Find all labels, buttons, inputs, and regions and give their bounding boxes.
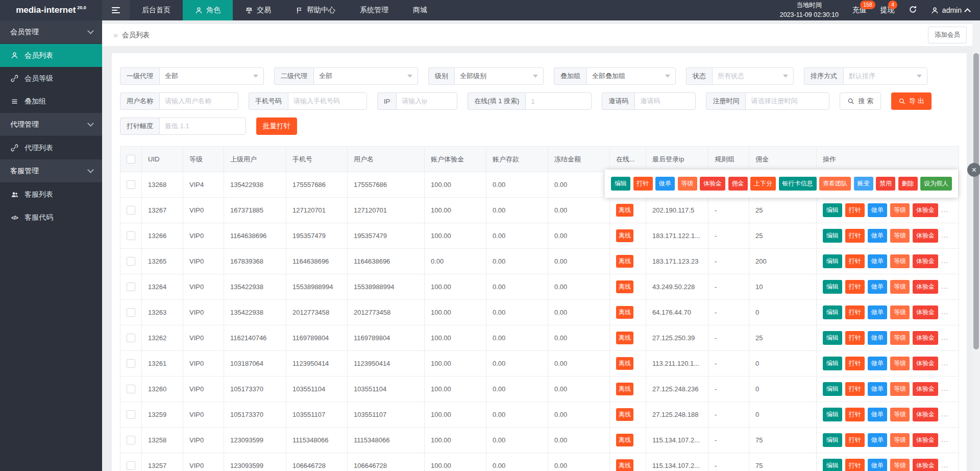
more-actions-button[interactable]: ... (941, 206, 948, 214)
popup-action-button-6[interactable]: 上下分 (750, 177, 776, 191)
filter-select[interactable]: 全部 (313, 67, 418, 85)
row-action-button-1[interactable]: 打针 (845, 331, 865, 345)
row-action-button-3[interactable]: 等级 (890, 203, 910, 217)
add-member-button[interactable]: 添加会员 (928, 27, 967, 43)
row-action-button-3[interactable]: 等级 (890, 331, 910, 345)
sidebar-item-5[interactable]: 代理列表 (0, 136, 102, 159)
popup-close-button[interactable]: × (967, 163, 980, 177)
row-checkbox[interactable] (127, 410, 135, 419)
row-action-button-1[interactable]: 打针 (845, 229, 865, 243)
row-checkbox[interactable] (127, 334, 135, 342)
more-actions-button[interactable]: ... (941, 359, 948, 367)
sidebar-group-0[interactable]: 会员管理 (0, 20, 102, 44)
popup-action-button-11[interactable]: 删除 (898, 177, 918, 191)
filter-input[interactable]: 邀请码 (634, 92, 696, 110)
popup-action-button-10[interactable]: 禁用 (876, 177, 895, 191)
row-checkbox[interactable] (127, 282, 135, 291)
row-action-button-3[interactable]: 等级 (890, 459, 910, 471)
row-action-button-2[interactable]: 做单 (868, 305, 887, 319)
popup-action-button-3[interactable]: 等级 (678, 177, 697, 191)
row-action-button-0[interactable]: 编辑 (823, 408, 842, 421)
row-action-button-0[interactable]: 编辑 (823, 459, 842, 471)
filter-select[interactable]: 默认排序 (843, 67, 927, 85)
row-action-button-4[interactable]: 体验金 (913, 357, 938, 370)
sidebar-item-2[interactable]: 会员等级 (0, 67, 102, 90)
nav-item-5[interactable]: 商城 (401, 0, 439, 20)
row-action-button-3[interactable]: 等级 (890, 254, 910, 268)
row-action-button-3[interactable]: 等级 (890, 408, 910, 421)
row-action-button-2[interactable]: 做单 (868, 459, 887, 471)
row-action-button-2[interactable]: 做单 (868, 229, 887, 243)
row-action-button-3[interactable]: 等级 (890, 382, 910, 396)
row-checkbox[interactable] (127, 257, 135, 266)
more-actions-button[interactable]: ... (941, 410, 948, 418)
sidebar-toggle-button[interactable] (102, 0, 130, 20)
row-action-button-2[interactable]: 做单 (868, 433, 887, 447)
row-action-button-1[interactable]: 打针 (845, 203, 865, 217)
sidebar-group-4[interactable]: 代理管理 (0, 113, 102, 136)
row-checkbox[interactable] (127, 436, 135, 444)
row-action-button-0[interactable]: 编辑 (823, 280, 842, 294)
row-action-button-1[interactable]: 打针 (845, 357, 865, 370)
row-checkbox[interactable] (127, 461, 135, 470)
row-action-button-4[interactable]: 体验金 (913, 305, 938, 319)
row-action-button-2[interactable]: 做单 (868, 408, 887, 421)
sidebar-item-8[interactable]: </>客服代码 (0, 206, 102, 229)
row-action-button-0[interactable]: 编辑 (823, 229, 842, 243)
row-action-button-1[interactable]: 打针 (845, 305, 865, 319)
withdraw-nav-item[interactable]: 提现 4 (880, 0, 895, 20)
row-action-button-0[interactable]: 编辑 (823, 357, 842, 370)
filter-select[interactable]: 全部叠加组 (586, 67, 676, 85)
nav-item-0[interactable]: 后台首页 (130, 0, 183, 20)
filter-input[interactable]: 请选择注册时间 (745, 92, 829, 110)
popup-action-button-9[interactable]: 账变 (854, 177, 873, 191)
row-action-button-0[interactable]: 编辑 (823, 305, 842, 319)
row-checkbox[interactable] (127, 231, 135, 240)
filter-input[interactable]: 请输入ip (396, 92, 457, 110)
more-actions-button[interactable]: ... (941, 257, 948, 265)
nav-item-3[interactable]: 帮助中心 (283, 0, 348, 20)
row-action-button-1[interactable]: 打针 (845, 408, 865, 421)
more-actions-button[interactable]: ... (941, 308, 948, 316)
nav-item-1[interactable]: 角色 (183, 0, 233, 20)
more-actions-button[interactable]: ... (941, 461, 948, 469)
refresh-button[interactable] (909, 5, 917, 15)
row-action-button-1[interactable]: 打针 (845, 459, 865, 471)
row-checkbox[interactable] (127, 359, 135, 368)
row-action-button-1[interactable]: 打针 (845, 433, 865, 447)
row-action-button-0[interactable]: 编辑 (823, 382, 842, 396)
more-actions-button[interactable]: ... (941, 436, 948, 443)
row-action-button-1[interactable]: 打针 (845, 254, 865, 268)
popup-action-button-7[interactable]: 银行卡信息 (779, 177, 817, 191)
more-actions-button[interactable]: ... (941, 334, 948, 341)
row-action-button-4[interactable]: 体验金 (913, 203, 938, 217)
search-button[interactable]: 搜 索 (840, 92, 881, 110)
row-action-button-0[interactable]: 编辑 (823, 254, 842, 268)
more-actions-button[interactable]: ... (941, 282, 948, 290)
sidebar-item-1[interactable]: 会员列表 (0, 44, 102, 67)
row-checkbox[interactable] (127, 180, 135, 189)
sidebar-group-6[interactable]: 客服管理 (0, 159, 102, 183)
filter-input[interactable]: 请输入用户名称 (159, 92, 238, 110)
filter-input[interactable]: 最低 1.1 (159, 117, 246, 135)
filter-select[interactable]: 全部级别 (454, 67, 544, 85)
row-action-button-2[interactable]: 做单 (868, 254, 887, 268)
nav-item-4[interactable]: 系统管理 (348, 0, 401, 20)
row-action-button-4[interactable]: 体验金 (913, 229, 938, 243)
row-action-button-1[interactable]: 打针 (845, 382, 865, 396)
row-action-button-4[interactable]: 体验金 (913, 408, 938, 421)
row-action-button-3[interactable]: 等级 (890, 280, 910, 294)
row-action-button-4[interactable]: 体验金 (913, 382, 938, 396)
row-action-button-2[interactable]: 做单 (868, 382, 887, 396)
row-action-button-0[interactable]: 编辑 (823, 433, 842, 447)
row-action-button-2[interactable]: 做单 (868, 203, 887, 217)
row-action-button-0[interactable]: 编辑 (823, 203, 842, 217)
popup-action-button-5[interactable]: 佣金 (728, 177, 748, 191)
popup-action-button-8[interactable]: 查看团队 (819, 177, 851, 191)
row-action-button-2[interactable]: 做单 (868, 331, 887, 345)
row-action-button-4[interactable]: 体验金 (913, 459, 938, 471)
batch-inject-button[interactable]: 批量打针 (256, 117, 297, 135)
page-scrollbar[interactable] (972, 20, 980, 471)
row-action-button-4[interactable]: 体验金 (913, 280, 938, 294)
popup-action-button-0[interactable]: 编辑 (611, 177, 630, 191)
